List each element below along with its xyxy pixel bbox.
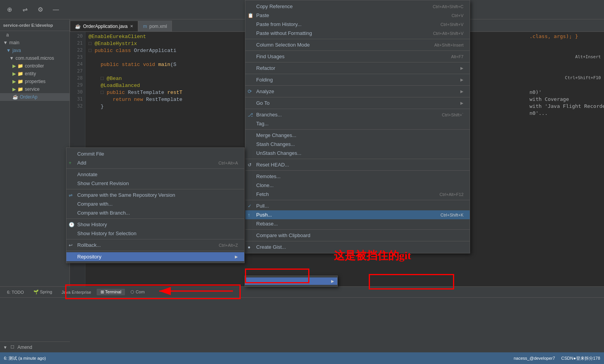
history-icon: 🕐	[69, 222, 75, 227]
toolbar-icon-add[interactable]: ⊕	[4, 4, 15, 15]
menu-item-repository[interactable]: Repository ▶	[66, 252, 244, 261]
menu-item-annotate[interactable]: Annotate	[66, 170, 244, 179]
separator-1	[245, 39, 470, 39]
menu-item-find-usages[interactable]: Find Usages Alt+F7	[245, 52, 470, 61]
separator-3	[245, 62, 470, 62]
menu-item-stash[interactable]: Stash Changes...	[245, 140, 470, 149]
menu-item-compare-with[interactable]: Compare with...	[66, 199, 244, 208]
menu-item-remotes[interactable]: Remotes...	[245, 172, 470, 181]
menu-item-pull[interactable]: ✓ Pull...	[245, 201, 470, 210]
toolbar-icon-sync[interactable]: ⇌	[19, 4, 30, 15]
separator-13	[245, 241, 470, 241]
menu-item-paste-no-format[interactable]: Paste without Formatting Ctrl+Alt+Shift+…	[245, 29, 470, 38]
menu-item-tag[interactable]: Tag...	[245, 119, 470, 128]
reset-icon: ↺	[248, 162, 252, 168]
menu-item-compare-clipboard[interactable]: Compare with Clipboard	[245, 231, 470, 240]
menu-item-column-selection[interactable]: Column Selection Mode Alt+Shift+Insert	[245, 40, 470, 49]
amend-label: Amend	[17, 345, 32, 350]
status-right: CSDN●登来拆分178	[561, 355, 600, 361]
git-submenu: Copy Reference Ctrl+Alt+Shift+C 📋 Paste …	[245, 0, 470, 253]
menu-item-clone[interactable]: Clone...	[245, 181, 470, 190]
menu-item-add[interactable]: + Add Ctrl+Alt+A	[66, 158, 244, 167]
separator-11	[245, 200, 470, 200]
separator-2	[245, 50, 470, 51]
menu-item-rebase[interactable]: Rebase...	[245, 219, 470, 228]
bottom-tab-bar: 6: TODO 🌱 Spring Java Enterprise ⊞ Termi…	[0, 287, 604, 298]
separator-12	[245, 229, 470, 230]
tab-com[interactable]: ⬡ Com	[127, 289, 148, 295]
bottom-panel: 6: TODO 🌱 Spring Java Enterprise ⊞ Termi…	[0, 286, 604, 352]
menu-item-folding[interactable]: Folding ▶	[245, 75, 470, 84]
tab-todo[interactable]: 6: TODO	[3, 289, 28, 295]
branches-icon: ⎇	[248, 112, 253, 118]
menu-item-refactor[interactable]: Refactor ▶	[245, 64, 470, 73]
push-icon: ↑	[248, 212, 250, 218]
gist-icon: ●	[248, 244, 250, 250]
sidebar-item-controller[interactable]: ▶ 📁 controller	[0, 62, 69, 70]
arrow-refactor: ▶	[460, 66, 463, 70]
separator-5	[245, 85, 470, 86]
menu-item-compare-same[interactable]: ⇌ Compare with the Same Repository Versi…	[66, 191, 244, 199]
menu-item-rollback[interactable]: ↩ Rollback... Ctrl+Alt+Z	[66, 241, 244, 250]
separator-left-1	[66, 168, 244, 169]
sub-arrow-icon: ▶	[331, 279, 334, 283]
menu-item-unstash[interactable]: UnStash Changes...	[245, 149, 470, 158]
menu-item-goto[interactable]: Go To ▶	[245, 99, 470, 107]
menu-item-show-history-selection[interactable]: Show History for Selection	[66, 229, 244, 238]
tab-close-orderapplication[interactable]: ✕	[130, 24, 133, 28]
tab-java-enterprise[interactable]: Java Enterprise	[57, 289, 95, 295]
bottom-amend-area: ▼ ☐ Amend	[0, 341, 70, 352]
separator-left-5	[66, 251, 244, 251]
separator-10	[245, 170, 470, 171]
menu-item-compare-branch[interactable]: Compare with Branch...	[66, 208, 244, 217]
menu-item-commit-file[interactable]: Commit File	[66, 149, 244, 158]
toolbar-icon-settings[interactable]: ⚙	[35, 4, 46, 15]
separator-6	[245, 97, 470, 97]
sidebar-item-properties[interactable]: ▶ 📁 properties	[0, 78, 69, 85]
sidebar-project-label: service-order E:\develop	[0, 19, 69, 31]
pull-icon: ✓	[248, 203, 252, 209]
menu-item-merge[interactable]: Merge Changes...	[245, 131, 470, 140]
tab-spring[interactable]: 🌱 Spring	[30, 289, 56, 295]
tab-terminal[interactable]: ⊞ Terminal	[97, 289, 125, 295]
repo-submenu-item-highlighted[interactable]: ▶	[245, 277, 337, 285]
separator-9	[245, 159, 470, 159]
sidebar-item-service[interactable]: ▶ 📁 service	[0, 85, 69, 93]
status-test-label: 6: 测试 (a minute ago)	[4, 355, 46, 361]
tab-orderapplication[interactable]: ☕ OrderApplication.java ✕	[70, 21, 138, 31]
menu-item-analyze[interactable]: ⟳ Analyze ▶	[245, 87, 470, 96]
editor-right-overflow: .class, args); } Alt+Insert Ctrl+Shift+F…	[526, 32, 604, 286]
menu-item-paste-history[interactable]: Paste from History... Ctrl+Shift+V	[245, 20, 470, 29]
toolbar-icon-minimize[interactable]: —	[50, 4, 61, 15]
repository-submenu: ▶	[245, 276, 338, 287]
arrow-analyze: ▶	[460, 89, 463, 94]
separator-7	[245, 109, 470, 109]
sidebar-item-a[interactable]: a	[0, 31, 69, 39]
separator-8	[245, 129, 470, 130]
compare-icon: ⇌	[69, 192, 73, 198]
sidebar-item-entity[interactable]: ▶ 📁 entity	[0, 70, 69, 78]
status-bar: 6: 测试 (a minute ago) nacess_@developer7 …	[0, 352, 604, 364]
status-middle: nacess_@developer7	[514, 356, 555, 361]
menu-item-show-revision[interactable]: Show Current Revision	[66, 179, 244, 188]
sidebar-item-orderapplication[interactable]: ☕ OrderAp	[0, 93, 69, 101]
menu-item-branches[interactable]: ⎇ Branches... Ctrl+Shift+`	[245, 110, 470, 119]
menu-item-paste[interactable]: 📋 Paste Ctrl+V	[245, 11, 470, 20]
menu-item-create-gist[interactable]: ● Create Gist...	[245, 243, 470, 251]
menu-item-reset[interactable]: ↺ Reset HEAD...	[245, 160, 470, 169]
menu-item-fetch[interactable]: Fetch Ctrl+Alt+F12	[245, 190, 470, 199]
sidebar-item-java[interactable]: ▼ java	[0, 47, 69, 54]
arrow-goto: ▶	[460, 101, 463, 105]
paste-icon: 📋	[248, 13, 253, 18]
menu-item-push[interactable]: ↑ Push... Ctrl+Shift+K	[245, 210, 470, 219]
separator-left-3	[66, 218, 244, 219]
menu-item-show-history[interactable]: 🕐 Show History	[66, 220, 244, 229]
sidebar-item-main[interactable]: ▼ main	[0, 39, 69, 47]
separator-left-2	[66, 189, 244, 189]
arrow-folding: ▶	[460, 78, 463, 82]
separator-left-4	[66, 239, 244, 239]
sidebar-item-com-russell[interactable]: ▼ com.russell.micros	[0, 54, 69, 62]
menu-item-copy-reference[interactable]: Copy Reference Ctrl+Alt+Shift+C	[245, 2, 470, 11]
rollback-icon: ↩	[69, 243, 73, 248]
tab-pomxml[interactable]: m pom.xml	[138, 21, 172, 31]
